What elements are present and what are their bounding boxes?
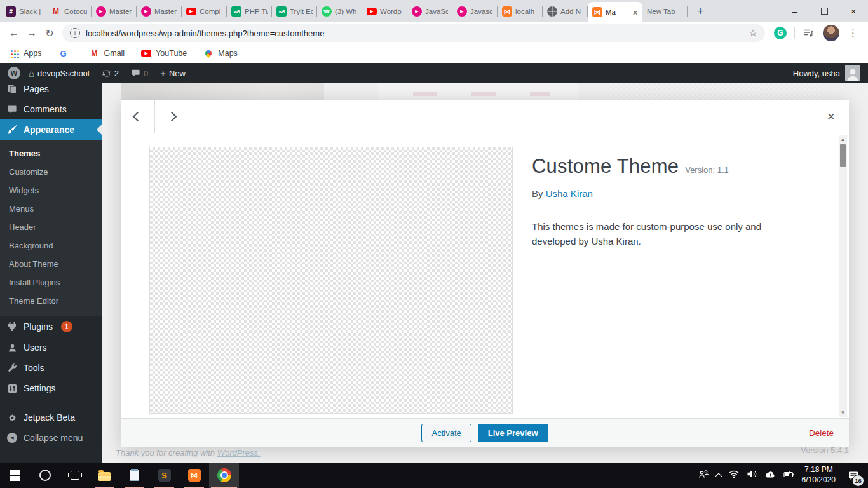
bookmark-star-icon[interactable]: ☆ (749, 27, 757, 39)
back-button[interactable]: ← (5, 27, 23, 39)
tab-favicon (322, 6, 332, 17)
user-avatar[interactable] (845, 65, 860, 81)
browser-tab[interactable]: Master (92, 1, 137, 22)
sublime-text-button[interactable] (149, 463, 179, 488)
sidebar-subitem[interactable]: Widgets (0, 181, 102, 200)
tools-wrench-icon (6, 363, 18, 373)
wp-footer-thanks: Thank you for creating with WordPress. (116, 448, 261, 458)
cortana-button[interactable] (30, 463, 60, 488)
bookmark-item[interactable]: Gmail (90, 48, 125, 58)
sidebar-item-pages[interactable]: Pages (0, 83, 102, 99)
profile-avatar[interactable] (823, 25, 839, 41)
sidebar-item-jetpack-beta[interactable]: Jetpack Beta (0, 407, 102, 428)
modal-scrollbar[interactable]: ▲ ▼ (839, 135, 847, 417)
sidebar-item-collapse-menu[interactable]: ◀ Collapse menu (0, 428, 102, 448)
task-view-button[interactable] (60, 463, 90, 488)
sidebar-subitem[interactable]: Menus (0, 200, 102, 218)
grammarly-extension-icon[interactable]: G (774, 27, 787, 39)
wifi-icon[interactable] (728, 470, 740, 481)
modal-body: Custome ThemeVersion: 1.1 By Usha Kiran … (121, 133, 849, 419)
forward-button[interactable]: → (23, 27, 41, 39)
start-button[interactable] (0, 463, 30, 488)
adminbar-site[interactable]: ⌂ devopSschool (25, 63, 93, 83)
scroll-down-icon[interactable]: ▼ (841, 408, 846, 417)
browser-tab[interactable]: Ma (588, 2, 642, 22)
sidebar-item-appearance[interactable]: Appearance (0, 119, 102, 140)
browser-tab[interactable]: Compl (182, 1, 227, 22)
playlist-extension-icon[interactable] (803, 28, 814, 38)
browser-tab[interactable]: Cotocu (46, 1, 92, 22)
sidebar-item-users[interactable]: Users (0, 337, 102, 358)
sidebar-item-plugins[interactable]: Plugins 1 (0, 316, 102, 337)
browser-tab[interactable]: localh (498, 1, 543, 22)
windows-taskbar: 7:18 PM 6/10/2020 16 (0, 463, 868, 488)
browser-tab[interactable]: Wordp (362, 1, 407, 22)
scrollbar-thumb[interactable] (840, 144, 846, 167)
sidebar-subitem[interactable]: Customize (0, 163, 102, 181)
browser-tab[interactable]: Add N (543, 1, 588, 22)
bookmark-icon (9, 48, 19, 58)
browser-menu-icon[interactable]: ⋮ (848, 27, 858, 39)
action-center-button[interactable]: 16 (843, 463, 864, 488)
bookmark-label: Apps (24, 49, 42, 58)
cortana-icon (39, 470, 51, 481)
adminbar-comments[interactable]: 0 (127, 63, 152, 83)
bookmark-item[interactable] (58, 48, 73, 58)
sidebar-subitem[interactable]: Install Plugins (0, 273, 102, 292)
volume-icon[interactable] (747, 470, 757, 481)
subitem-label: Widgets (9, 186, 39, 195)
file-explorer-button[interactable] (90, 463, 119, 488)
address-bar[interactable]: i localhost/wordpress/wp-admin/themes.ph… (62, 24, 765, 42)
taskbar-clock[interactable]: 7:18 PM 6/10/2020 (802, 465, 836, 485)
site-info-icon[interactable]: i (70, 28, 80, 38)
browser-tab[interactable]: Javasc (452, 1, 498, 22)
delete-link[interactable]: Delete (809, 428, 834, 438)
reload-button[interactable]: ↻ (41, 27, 58, 39)
onedrive-cloud-icon[interactable] (764, 470, 776, 481)
minimize-button[interactable]: – (780, 0, 810, 22)
new-tab-button[interactable]: + (691, 3, 709, 20)
sidebar-subitem[interactable]: Theme Editor (0, 292, 102, 310)
browser-tab[interactable]: PHP Tu (227, 1, 272, 22)
tab-label: localh (515, 8, 538, 15)
sidebar-subitem[interactable]: Background (0, 236, 102, 255)
notepad-button[interactable] (119, 463, 149, 488)
modal-close-button[interactable]: × (813, 100, 849, 133)
live-preview-button[interactable]: Live Preview (478, 424, 548, 442)
browser-tab[interactable]: Tryit Ec (272, 1, 317, 22)
bookmark-item[interactable]: YouTube (141, 49, 187, 58)
close-window-button[interactable]: × (839, 0, 868, 22)
tray-expand-chevron-icon[interactable] (715, 473, 722, 480)
bookmark-item[interactable]: Apps (9, 48, 42, 58)
browser-tab[interactable]: Slack | (1, 1, 46, 22)
browser-tab[interactable]: Master (137, 1, 182, 22)
next-theme-button[interactable] (155, 100, 189, 133)
author-link[interactable]: Usha Kiran (546, 188, 593, 199)
restore-button[interactable] (810, 0, 839, 22)
battery-icon[interactable] (783, 470, 795, 481)
browser-tab[interactable]: JavaSc (407, 1, 452, 22)
browser-tab[interactable]: (3) Wh (317, 1, 362, 22)
url-text[interactable]: localhost/wordpress/wp-admin/themes.php?… (86, 29, 324, 38)
adminbar-new[interactable]: + New (156, 63, 189, 83)
tab-close-icon[interactable] (632, 7, 638, 18)
wordpress-logo-icon[interactable]: W (8, 67, 20, 79)
activate-button[interactable]: Activate (421, 424, 471, 442)
howdy-text[interactable]: Howdy, usha (793, 69, 840, 78)
chrome-button[interactable] (209, 463, 239, 488)
sidebar-subitem[interactable]: About Theme (0, 255, 102, 273)
browser-tab[interactable]: New Tab (642, 1, 688, 22)
previous-theme-button[interactable] (121, 100, 155, 133)
wordpress-link[interactable]: WordPress. (217, 448, 261, 458)
sidebar-item-tools[interactable]: Tools (0, 358, 102, 378)
sidebar-item-settings[interactable]: Settings (0, 378, 102, 398)
scroll-up-icon[interactable]: ▲ (841, 135, 846, 144)
bookmark-item[interactable]: Maps (203, 48, 238, 58)
sidebar-subitem[interactable]: Themes (0, 144, 102, 163)
people-icon[interactable] (698, 470, 709, 482)
adminbar-updates[interactable]: 2 (98, 63, 123, 83)
plugin-icon (6, 322, 18, 332)
xampp-button[interactable] (179, 463, 209, 488)
sidebar-subitem[interactable]: Header (0, 218, 102, 236)
sidebar-item-comments[interactable]: Comments (0, 99, 102, 119)
